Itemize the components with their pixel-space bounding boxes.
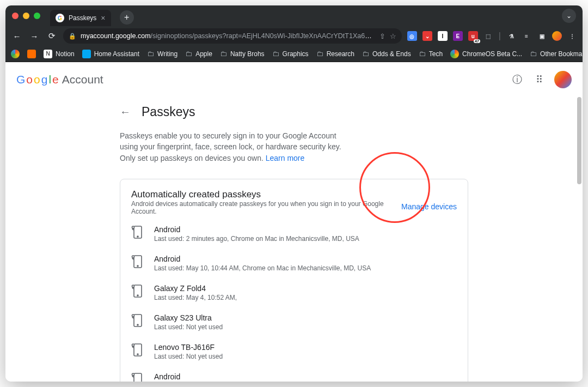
bookmark-folder[interactable]: 🗀Apple [185, 50, 212, 58]
svg-point-17 [132, 373, 134, 376]
lock-icon: 🔒 [69, 33, 76, 40]
bookmark-item[interactable]: Home Assistant [82, 50, 139, 58]
maximize-window-button[interactable] [34, 13, 40, 19]
back-button[interactable]: ← [11, 32, 23, 41]
folder-icon: 🗀 [362, 50, 369, 58]
learn-more-link[interactable]: Learn more [266, 154, 305, 162]
tab-title: Passkeys [69, 14, 96, 22]
svg-rect-15 [134, 373, 142, 382]
svg-point-8 [132, 285, 134, 287]
page-title: Passkeys [142, 105, 195, 119]
browser-tab[interactable]: Passkeys × [50, 10, 111, 26]
card-title: Automatically created passkeys [131, 189, 401, 200]
device-name: Android [154, 225, 457, 234]
browser-toolbar: ← → ⟳ 🔒 myaccount.google.com/signinoptio… [5, 26, 583, 46]
address-bar[interactable]: 🔒 myaccount.google.com/signinoptions/pas… [63, 28, 402, 44]
passkey-phone-icon [131, 313, 144, 329]
device-name: Lenovo TB-J616F [154, 343, 457, 352]
device-row[interactable]: AndroidLast used: May 10, 10:44 AM, Chro… [131, 255, 457, 272]
minimize-window-button[interactable] [23, 13, 29, 19]
bookmark-item[interactable] [11, 50, 20, 58]
extension-icon-1[interactable]: ◎ [407, 31, 417, 41]
flask-icon[interactable]: ⚗ [506, 31, 516, 41]
account-avatar[interactable] [554, 71, 572, 88]
tabs-dropdown-button[interactable]: ⌄ [562, 9, 576, 23]
bookmark-icon [27, 50, 36, 58]
passkey-phone-icon [131, 225, 144, 240]
google-account-logo[interactable]: Google Account [16, 73, 103, 86]
profile-avatar-icon[interactable] [552, 31, 562, 41]
forward-button[interactable]: → [28, 32, 40, 41]
extension-icon-5[interactable]: u47 [468, 31, 478, 41]
folder-icon: 🗀 [185, 50, 192, 58]
device-name: Android [154, 255, 457, 263]
folder-icon: 🗀 [220, 50, 227, 58]
apps-grid-icon[interactable]: ⠿ [532, 73, 546, 86]
device-row[interactable]: Galaxy S23 UltraLast used: Not yet used [131, 313, 457, 331]
bookmark-item[interactable] [27, 50, 36, 58]
tune-icon[interactable]: ≡ [522, 31, 531, 41]
window-controls [12, 13, 40, 19]
scrollbar[interactable] [576, 97, 583, 382]
device-row[interactable]: Lenovo TB-J616FLast used: Not yet used [131, 343, 457, 360]
device-row[interactable]: AndroidLast used: 2 minutes ago, Chrome … [131, 225, 457, 243]
browser-window: Passkeys × + ⌄ ← → ⟳ 🔒 myaccount.google.… [5, 5, 583, 382]
extension-icons: ◎ ⌄ I E u47 ⬚ | ⚗ ≡ ▣ ⋮ [407, 31, 577, 41]
bookmark-folder[interactable]: 🗀Tech [419, 50, 443, 58]
folder-icon: 🗀 [272, 50, 279, 58]
new-tab-button[interactable]: + [120, 10, 134, 25]
svg-point-11 [132, 315, 134, 317]
page-content: Google Account ⓘ ⠿ ← Passkeys Passkeys e… [5, 62, 583, 382]
bookmark-item[interactable]: ChromeOS Beta C... [450, 50, 522, 58]
bookmark-folder[interactable]: 🗀Odds & Ends [362, 50, 411, 58]
folder-icon: 🗀 [316, 50, 323, 58]
device-row[interactable]: Galaxy Z Fold4Last used: May 4, 10:52 AM… [131, 284, 457, 301]
bookmark-item[interactable]: NNotion [44, 50, 75, 58]
other-bookmarks-folder[interactable]: 🗀Other Bookmarks [530, 50, 583, 58]
card-subtitle: Android devices automatically create pas… [131, 200, 401, 215]
tab-favicon [56, 14, 64, 22]
svg-point-14 [132, 344, 134, 346]
scrollbar-thumb[interactable] [577, 97, 581, 184]
help-icon[interactable]: ⓘ [511, 73, 524, 86]
svg-point-10 [137, 324, 138, 325]
drive-icon [11, 50, 20, 58]
passkeys-card: Automatically created passkeys Android d… [120, 179, 468, 382]
share-icon[interactable]: ⇧ [379, 32, 385, 40]
svg-point-4 [137, 265, 138, 267]
bookmark-folder[interactable]: 🗀Natty Brohs [220, 50, 265, 58]
svg-point-1 [137, 236, 138, 237]
device-list: AndroidLast used: 2 minutes ago, Chrome … [131, 225, 457, 382]
chrome-icon [450, 50, 459, 58]
passkey-phone-icon [131, 372, 144, 382]
device-meta: Last used: Not yet used [154, 323, 457, 331]
svg-point-2 [132, 226, 134, 228]
close-window-button[interactable] [12, 13, 19, 19]
pocket-icon[interactable]: ⌄ [422, 31, 432, 41]
passkey-phone-icon [131, 255, 144, 270]
reload-button[interactable]: ⟳ [46, 31, 58, 41]
browser-menu-icon[interactable]: ⋮ [567, 31, 577, 41]
page-header: ← Passkeys [120, 97, 468, 130]
back-arrow-icon[interactable]: ← [120, 106, 133, 118]
svg-point-13 [137, 354, 138, 355]
google-header: Google Account ⓘ ⠿ [5, 62, 583, 97]
extension-icon-3[interactable]: I [438, 31, 448, 41]
extensions-menu-icon[interactable]: ⬚ [483, 31, 493, 41]
tab-close-icon[interactable]: × [101, 14, 105, 22]
device-meta: Last used: Not yet used [154, 353, 457, 360]
star-icon[interactable]: ☆ [390, 32, 396, 40]
bookmark-folder[interactable]: 🗀Graphics [272, 50, 309, 58]
extension-icon-4[interactable]: E [453, 31, 463, 41]
device-name: Galaxy Z Fold4 [154, 284, 457, 293]
notion-icon: N [44, 50, 52, 58]
panel-icon[interactable]: ▣ [537, 31, 547, 41]
device-meta: Last used: May 4, 10:52 AM, [154, 294, 457, 301]
bookmark-folder[interactable]: 🗀Research [316, 50, 354, 58]
device-row[interactable]: Android [131, 372, 457, 382]
bookmark-folder[interactable]: 🗀Writing [147, 50, 177, 58]
manage-devices-link[interactable]: Manage devices [401, 202, 457, 211]
folder-icon: 🗀 [147, 50, 154, 58]
passkey-phone-icon [131, 343, 144, 358]
device-meta: Last used: May 10, 10:44 AM, Chrome on M… [154, 264, 457, 272]
